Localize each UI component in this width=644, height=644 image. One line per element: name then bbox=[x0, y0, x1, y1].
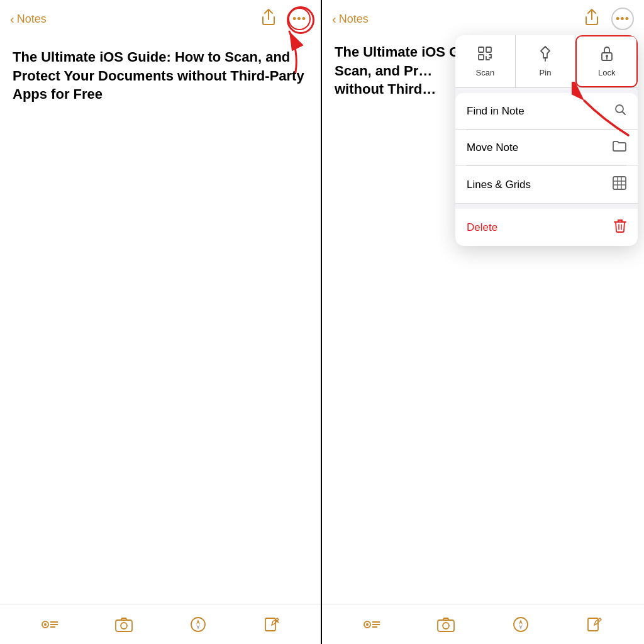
right-share-icon[interactable] bbox=[585, 9, 599, 29]
right-back-label: Notes bbox=[339, 13, 369, 26]
left-checklist-icon[interactable] bbox=[42, 616, 58, 633]
lock-label: Lock bbox=[598, 68, 615, 77]
menu-icons-row: Scan Pin bbox=[455, 35, 638, 88]
folder-icon bbox=[613, 140, 626, 155]
right-chevron-icon: ‹ bbox=[332, 12, 336, 26]
svg-rect-35 bbox=[438, 620, 454, 631]
find-note-label: Find in Note bbox=[467, 105, 525, 118]
left-more-dots-icon: ••• bbox=[292, 13, 306, 26]
right-back-button[interactable]: ‹ Notes bbox=[332, 12, 369, 26]
search-icon bbox=[614, 103, 626, 119]
svg-rect-6 bbox=[116, 620, 132, 631]
dropdown-menu: Scan Pin bbox=[455, 35, 638, 246]
left-camera-icon[interactable] bbox=[115, 617, 133, 632]
right-compose-icon[interactable] bbox=[586, 616, 602, 633]
menu-find-item[interactable]: Find in Note bbox=[455, 93, 638, 130]
right-bottom-toolbar bbox=[322, 604, 644, 644]
trash-icon bbox=[614, 219, 626, 236]
left-back-button[interactable]: ‹ Notes bbox=[10, 12, 47, 26]
right-camera-icon[interactable] bbox=[437, 617, 455, 632]
svg-marker-10 bbox=[196, 625, 200, 630]
menu-lines-item[interactable]: Lines & Grids bbox=[455, 166, 638, 204]
left-header-actions: ••• bbox=[262, 8, 311, 30]
scan-icon bbox=[477, 45, 493, 65]
menu-lock-item[interactable]: Lock bbox=[575, 35, 638, 87]
left-bottom-toolbar bbox=[0, 604, 321, 644]
delete-label: Delete bbox=[467, 221, 497, 234]
left-compose-icon[interactable] bbox=[264, 616, 280, 633]
pin-icon bbox=[538, 45, 552, 65]
svg-point-36 bbox=[443, 623, 449, 629]
svg-marker-38 bbox=[519, 619, 523, 625]
menu-move-item[interactable]: Move Note bbox=[455, 130, 638, 165]
left-more-button[interactable]: ••• bbox=[288, 8, 311, 30]
svg-marker-39 bbox=[519, 625, 523, 630]
svg-point-31 bbox=[366, 623, 369, 626]
right-compass-icon[interactable] bbox=[513, 616, 529, 633]
pin-label: Pin bbox=[540, 68, 552, 77]
svg-marker-9 bbox=[196, 619, 200, 625]
left-panel: ‹ Notes ••• bbox=[0, 0, 322, 644]
svg-rect-13 bbox=[479, 47, 484, 52]
left-note-content: The Ultimate iOS Guide: How to Scan, and… bbox=[0, 35, 321, 604]
svg-rect-14 bbox=[486, 47, 491, 52]
svg-line-21 bbox=[623, 112, 626, 115]
grid-icon bbox=[613, 176, 626, 193]
right-panel: ‹ Notes ••• The Ultimate iOS Guide: How … bbox=[322, 0, 644, 644]
left-chevron-icon: ‹ bbox=[10, 12, 14, 26]
left-compass-icon[interactable] bbox=[190, 616, 206, 633]
lines-grids-label: Lines & Grids bbox=[467, 179, 531, 191]
scan-label: Scan bbox=[476, 68, 495, 77]
svg-point-7 bbox=[121, 623, 127, 629]
left-note-title: The Ultimate iOS Guide: How to Scan, and… bbox=[13, 48, 308, 104]
left-back-label: Notes bbox=[17, 13, 47, 26]
right-header-actions: ••• bbox=[585, 8, 634, 30]
menu-delete-item[interactable]: Delete bbox=[455, 209, 638, 246]
left-share-icon[interactable] bbox=[262, 9, 275, 29]
svg-point-2 bbox=[44, 623, 47, 626]
menu-pin-item[interactable]: Pin bbox=[516, 35, 576, 87]
menu-scan-item[interactable]: Scan bbox=[455, 35, 516, 87]
right-header: ‹ Notes ••• bbox=[322, 0, 644, 35]
lock-icon bbox=[600, 45, 614, 65]
right-more-button[interactable]: ••• bbox=[611, 8, 634, 30]
left-header: ‹ Notes ••• bbox=[0, 0, 321, 35]
move-note-label: Move Note bbox=[467, 142, 518, 154]
right-more-dots-icon: ••• bbox=[616, 13, 630, 26]
svg-rect-22 bbox=[613, 177, 626, 189]
right-checklist-icon[interactable] bbox=[364, 616, 380, 633]
svg-rect-15 bbox=[479, 55, 484, 60]
